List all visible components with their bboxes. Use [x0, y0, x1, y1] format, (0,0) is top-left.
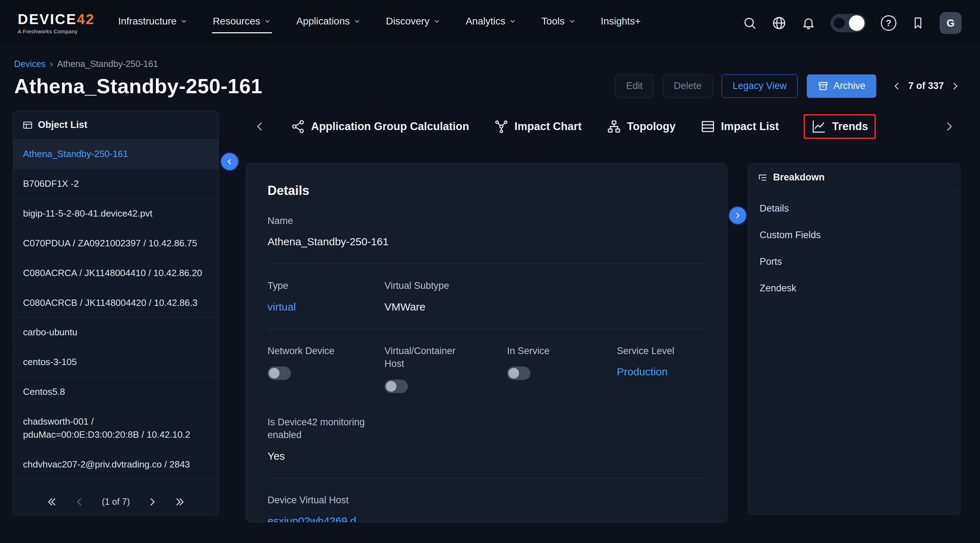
- page-indicator: (1 of 7): [102, 497, 130, 507]
- nav-item-applications[interactable]: Applications: [296, 12, 362, 34]
- nav-item-label: Discovery: [386, 16, 430, 27]
- delete-button[interactable]: Delete: [663, 75, 713, 98]
- list-item[interactable]: centos-3-105: [13, 347, 219, 377]
- moon-icon: [834, 18, 845, 29]
- list-item[interactable]: chadsworth-001 / pduMac=00:0E:D3:00:20:8…: [13, 407, 219, 450]
- nav-item-discovery[interactable]: Discovery: [385, 12, 441, 34]
- next-device-button[interactable]: [950, 81, 960, 91]
- title-row: Athena_Standby-250-161 Edit Delete Legac…: [14, 74, 960, 98]
- tab-trends[interactable]: Trends: [803, 114, 876, 139]
- breakdown-item-ports[interactable]: Ports: [748, 248, 960, 275]
- tab-impact-chart[interactable]: Impact Chart: [494, 119, 581, 134]
- edit-button[interactable]: Edit: [615, 75, 654, 98]
- bell-icon[interactable]: [802, 16, 816, 30]
- prev-page-button[interactable]: [74, 497, 85, 507]
- list-item[interactable]: carbo-ubuntu: [13, 318, 219, 347]
- object-list-items: Athena_Standby-250-161 B706DF1X -2 bigip…: [13, 139, 219, 488]
- tabs-scroll-right-button[interactable]: [943, 121, 955, 132]
- top-navbar: DEVICE42 A Freshworks Company Infrastruc…: [0, 0, 980, 46]
- bookmark-icon[interactable]: [911, 16, 925, 30]
- chevron-left-icon: [226, 158, 234, 166]
- breadcrumb-separator: ›: [50, 59, 53, 69]
- tab-application-group-calculation[interactable]: Application Group Calculation: [291, 119, 469, 134]
- archive-button[interactable]: Archive: [807, 75, 876, 98]
- nav-item-insights[interactable]: Insights+: [600, 12, 642, 34]
- app-root: DEVICE42 A Freshworks Company Infrastruc…: [0, 0, 980, 543]
- list-item[interactable]: C070PDUA / ZA0921002397 / 10.42.86.75: [13, 229, 219, 258]
- object-list-title: Object List: [38, 119, 88, 131]
- monitoring-value: Yes: [267, 450, 706, 462]
- details-expand-button[interactable]: [729, 207, 746, 224]
- tab-topology[interactable]: Topology: [606, 119, 676, 134]
- breadcrumb-devices-link[interactable]: Devices: [14, 59, 46, 69]
- main-column: Application Group Calculation Impact Cha…: [246, 111, 960, 522]
- avatar[interactable]: G: [940, 12, 962, 34]
- divider: [267, 478, 706, 478]
- list-item[interactable]: Centos5.8: [13, 377, 219, 407]
- chevron-right-icon: [734, 212, 741, 220]
- in-service-label: In Service: [507, 344, 617, 357]
- divider: [267, 328, 706, 329]
- chevron-down-icon: [568, 18, 576, 25]
- virtual-container-host-toggle[interactable]: [384, 380, 408, 393]
- list-item[interactable]: Athena_Standby-250-161: [13, 139, 219, 169]
- page-title: Athena_Standby-250-161: [14, 74, 262, 98]
- nav-item-resources[interactable]: Resources: [212, 12, 272, 34]
- in-service-toggle[interactable]: [507, 366, 530, 380]
- list-item[interactable]: C080ACRCA / JK1148004410 / 10.42.86.20: [13, 258, 219, 288]
- list-item[interactable]: chdvhvac207-2@priv.dvtrading.co / 2843: [13, 450, 219, 479]
- virtual-container-host-field: Virtual/Container Host: [384, 344, 507, 393]
- nav-item-analytics[interactable]: Analytics: [465, 12, 517, 34]
- theme-toggle-knob: [849, 15, 864, 31]
- virtual-subtype-label: Virtual Subtype: [384, 279, 706, 292]
- device42-logo[interactable]: DEVICE42 A Freshworks Company: [18, 12, 95, 34]
- device-pager-label: 7 of 337: [908, 80, 944, 91]
- breakdown-item-zendesk[interactable]: Zendesk: [748, 275, 960, 302]
- sidebar-collapse-button[interactable]: [221, 153, 238, 170]
- breakdown-panel: Breakdown Details Custom Fields Ports Ze…: [748, 163, 961, 515]
- service-level-value-link[interactable]: Production: [617, 366, 706, 378]
- help-icon[interactable]: ?: [881, 15, 896, 31]
- main-body: Details Name Athena_Standby-250-161 Type…: [246, 163, 960, 522]
- nav-item-tools[interactable]: Tools: [541, 12, 576, 34]
- prev-device-button[interactable]: [892, 81, 902, 91]
- globe-icon[interactable]: [772, 16, 787, 30]
- object-list-pagination: (1 of 7): [13, 488, 219, 515]
- chevron-down-icon: [509, 18, 517, 25]
- virtual-container-host-label: Virtual/Container Host: [384, 344, 473, 370]
- breakdown-item-details[interactable]: Details: [748, 195, 960, 222]
- breakdown-item-custom-fields[interactable]: Custom Fields: [748, 222, 960, 248]
- tab-label: Application Group Calculation: [311, 120, 469, 133]
- nav-item-label: Infrastructure: [118, 16, 177, 27]
- list-item[interactable]: bigip-11-5-2-80-41.device42.pvt: [13, 199, 219, 229]
- logo-tagline: A Freshworks Company: [18, 29, 95, 34]
- list-item[interactable]: C080ACRCB / JK1148004420 / 10.42.86.3: [13, 288, 219, 318]
- name-value: Athena_Standby-250-161: [267, 236, 706, 248]
- tab-impact-list[interactable]: Impact List: [700, 119, 779, 134]
- tabs-scroll-left-button[interactable]: [254, 121, 266, 132]
- breadcrumb-current: Athena_Standby-250-161: [57, 59, 158, 69]
- name-label: Name: [267, 215, 706, 227]
- nav-item-label: Applications: [296, 16, 350, 27]
- breakdown-header: Breakdown: [748, 163, 960, 192]
- nav-item-infrastructure[interactable]: Infrastructure: [117, 12, 188, 34]
- breadcrumb: Devices › Athena_Standby-250-161: [14, 59, 960, 69]
- first-page-button[interactable]: [46, 497, 57, 507]
- search-icon[interactable]: [743, 16, 757, 30]
- tab-label: Trends: [832, 120, 868, 133]
- list-item[interactable]: B706DF1X -2: [13, 169, 219, 199]
- tab-label: Impact List: [721, 120, 779, 133]
- table-list-icon: [22, 120, 33, 131]
- network-device-toggle[interactable]: [267, 366, 291, 380]
- tab-label: Topology: [627, 120, 676, 133]
- type-field: Type virtual: [267, 279, 384, 313]
- tab-label: Impact Chart: [514, 120, 581, 133]
- legacy-view-button[interactable]: Legacy View: [722, 75, 798, 98]
- next-page-button[interactable]: [147, 497, 158, 507]
- theme-toggle[interactable]: [830, 14, 866, 32]
- device-virtual-host-link[interactable]: esxiup02wh4269.d: [267, 515, 706, 522]
- topology-icon: [606, 119, 622, 134]
- chevron-down-icon: [353, 18, 361, 25]
- last-page-button[interactable]: [175, 497, 185, 507]
- type-value-link[interactable]: virtual: [267, 301, 384, 313]
